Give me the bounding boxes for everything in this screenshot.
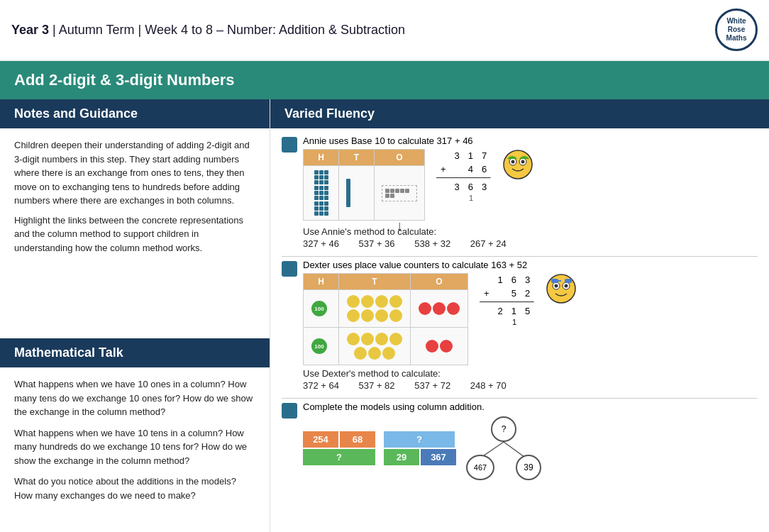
item2-hto-table: HTO 100 — [303, 273, 468, 365]
notes-text2: Highlight the links between the concrete… — [14, 214, 255, 255]
model2-bottom1: 29 — [384, 449, 419, 465]
item1-question: Annie uses Base 10 to calculate 317 + 46 — [303, 135, 758, 146]
fluency-item-3: Complete the models using column additio… — [282, 401, 758, 480]
item1-text-block: Annie uses Base 10 to calculate 317 + 46… — [303, 135, 758, 249]
header-title: Year 3 | Autumn Term | Week 4 to 8 – Num… — [11, 23, 405, 38]
model2-bottom2: 367 — [421, 449, 456, 465]
notes-banner: Notes and Guidance — [0, 99, 270, 128]
dexter-avatar — [546, 273, 577, 307]
svg-point-8 — [555, 284, 558, 288]
math-talk-banner: Mathematical Talk — [0, 338, 270, 367]
week-label: Week 4 to 8 – Number: Addition & Subtrac… — [145, 23, 405, 37]
models-row: 254 68 ? ? — [303, 416, 758, 480]
svg-point-3 — [511, 160, 515, 164]
hto-o: O — [375, 150, 425, 166]
main-content: Notes and Guidance Children deepen their… — [0, 99, 769, 532]
math-talk-q3: What do you notice about the additions i… — [14, 475, 255, 502]
header: Year 3 | Autumn Term | Week 4 to 8 – Num… — [0, 0, 769, 61]
part-whole-model: ? 467 39 — [465, 416, 543, 480]
pw-bottom-right: 39 — [516, 455, 541, 480]
math-talk-q2: What happens when we have 10 tens in a c… — [14, 426, 255, 468]
item-icon-1 — [282, 137, 297, 153]
svg-point-4 — [521, 160, 525, 164]
item1-practice: Use Annie's method to calculate: 327 + 4… — [303, 226, 758, 249]
section-banner: Add 2-digit & 3-digit Numbers — [0, 61, 769, 99]
item2-column-addition: 1 6 3 + 5 2 — [480, 273, 534, 326]
item1-hto-table: H T O — [303, 149, 425, 221]
fluency-item-2: Dexter uses place value counters to calc… — [282, 260, 758, 391]
hto-row1-h — [304, 166, 339, 221]
math-talk-q1: What happens when we have 10 ones in a c… — [14, 377, 255, 419]
item2-content-row: HTO 100 — [303, 273, 758, 365]
divider-2 — [282, 398, 758, 399]
item1-content-row: H T O — [303, 149, 758, 221]
fluency-content: Annie uses Base 10 to calculate 317 + 46… — [270, 128, 769, 532]
model1-top2: 68 — [340, 431, 375, 448]
svg-point-0 — [504, 150, 532, 179]
varied-fluency-banner: Varied Fluency — [270, 99, 769, 128]
item1-column-addition: 3 1 7 + 4 6 — [436, 149, 491, 202]
svg-point-5 — [547, 275, 575, 303]
notes-text: Children deepen their understanding of a… — [14, 138, 255, 208]
item-icon-3 — [282, 403, 297, 419]
divider-1 — [282, 256, 758, 257]
hto-t: T — [339, 150, 375, 166]
model1-top1: 254 — [303, 431, 338, 448]
fluency-item-1: Annie uses Base 10 to calculate 317 + 46… — [282, 135, 758, 249]
item2-text-block: Dexter uses place value counters to calc… — [303, 260, 758, 391]
svg-rect-10 — [551, 279, 558, 283]
pw-bottom-left: 467 — [466, 455, 494, 480]
item3-text-block: Complete the models using column additio… — [303, 401, 758, 480]
hto-row1-o: ↓ — [375, 166, 425, 221]
annie-avatar — [502, 149, 534, 183]
hto-row1-t — [339, 166, 375, 221]
left-panel: Notes and Guidance Children deepen their… — [0, 99, 270, 532]
svg-point-9 — [565, 284, 568, 288]
model2-top: ? — [384, 431, 455, 448]
term-label: Autumn Term — [59, 23, 135, 37]
logo: White Rose Maths — [715, 9, 758, 51]
model1-bottom: ? — [303, 449, 375, 465]
item3-question: Complete the models using column additio… — [303, 401, 758, 412]
year-label: Year 3 — [11, 23, 49, 37]
item-icon-2 — [282, 261, 297, 277]
hto-h: H — [304, 150, 339, 166]
model-1: 254 68 ? — [303, 431, 375, 465]
item2-question: Dexter uses place value counters to calc… — [303, 260, 758, 270]
right-panel: Varied Fluency Annie uses Base 10 to cal… — [270, 99, 769, 532]
item2-practice: Use Dexter's method to calculate: 372 + … — [303, 368, 758, 391]
math-talk-content: What happens when we have 10 ones in a c… — [0, 367, 270, 532]
svg-rect-11 — [565, 279, 572, 283]
model-2: ? 29 367 — [384, 431, 456, 465]
notes-content: Children deepen their understanding of a… — [0, 128, 270, 336]
